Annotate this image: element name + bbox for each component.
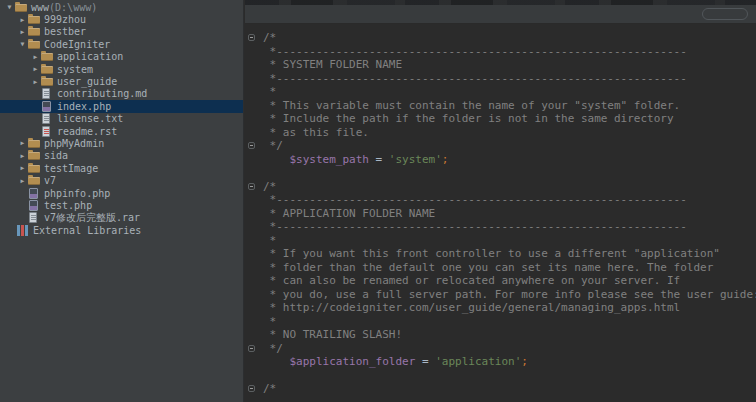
chevron-collapsed-icon[interactable]: ▶ xyxy=(30,76,41,88)
code-line[interactable]: */ xyxy=(245,139,756,153)
code-token-com: *---------------------------------------… xyxy=(263,72,687,85)
code-line[interactable]: /* xyxy=(245,382,756,396)
code-token-com: * you do, use a full server path. For mo… xyxy=(263,288,756,301)
chevron-expanded-icon[interactable]: ▼ xyxy=(17,38,28,50)
tree-item-path-suffix: (D:\www) xyxy=(49,2,97,13)
tree-item-label: phpinfo.php xyxy=(40,188,110,199)
fold-marker-icon[interactable] xyxy=(248,34,255,41)
tree-item-user-guide[interactable]: ▶user_guide xyxy=(0,75,243,87)
code-area[interactable]: /* *------------------------------------… xyxy=(245,24,756,402)
file-icon xyxy=(41,113,53,124)
code-line[interactable]: *---------------------------------------… xyxy=(245,45,756,59)
folder-icon xyxy=(28,163,40,174)
chevron-collapsed-icon[interactable]: ▶ xyxy=(30,51,41,63)
code-line[interactable]: * If you want this front controller to u… xyxy=(245,247,756,261)
folder-icon xyxy=(28,26,40,37)
tree-item-label: bestber xyxy=(40,26,86,37)
code-line[interactable]: * xyxy=(245,315,756,329)
code-line[interactable]: * Include the path if the folder is not … xyxy=(245,112,756,126)
php-file-icon xyxy=(28,200,40,211)
code-token-op: = xyxy=(369,153,389,166)
tree-item-system[interactable]: ▶system xyxy=(0,63,243,75)
code-token-com: * http://codeigniter.com/user_guide/gene… xyxy=(263,301,680,314)
tree-item-license-txt[interactable]: license.txt xyxy=(0,113,243,125)
tree-item-phpmyadmin[interactable]: ▶phpMyAdmin xyxy=(0,137,243,149)
code-token-com: */ xyxy=(263,342,283,355)
tree-item-contributing-md[interactable]: contributing.md xyxy=(0,88,243,100)
chevron-collapsed-icon[interactable]: ▶ xyxy=(17,14,28,26)
code-line[interactable]: * This variable must contain the name of… xyxy=(245,99,756,113)
chevron-collapsed-icon[interactable]: ▶ xyxy=(17,150,28,162)
code-line[interactable]: * folder than the default one you can se… xyxy=(245,261,756,275)
tree-item-v7[interactable]: ▶v7 xyxy=(0,174,243,186)
chevron-collapsed-icon[interactable]: ▶ xyxy=(17,175,28,187)
tree-item-v7-rar[interactable]: v7修改后完整版.rar xyxy=(0,212,243,224)
code-token-ind xyxy=(263,355,290,368)
tree-item-label: phpMyAdmin xyxy=(40,138,104,149)
tree-item-external-libraries[interactable]: External Libraries xyxy=(0,224,243,236)
tree-item-label: test.php xyxy=(40,200,92,211)
fold-marker-icon[interactable] xyxy=(248,142,255,149)
tree-item-root[interactable]: ▼www (D:\www) xyxy=(0,1,243,13)
tree-item-index-php[interactable]: index.php xyxy=(0,100,243,112)
code-token-com: * If you want this front controller to u… xyxy=(263,247,720,260)
chevron-collapsed-icon[interactable]: ▶ xyxy=(30,63,41,75)
code-line[interactable]: * SYSTEM FOLDER NAME xyxy=(245,58,756,72)
fold-marker-icon[interactable] xyxy=(248,183,255,190)
code-line[interactable]: *---------------------------------------… xyxy=(245,72,756,86)
code-line[interactable]: */ xyxy=(245,342,756,356)
tab-strip-pill-button[interactable] xyxy=(702,8,748,20)
code-token-var: $system_path xyxy=(290,153,369,166)
fold-marker-icon[interactable] xyxy=(248,345,255,352)
library-stack-icon xyxy=(17,225,29,236)
code-line[interactable]: /* xyxy=(245,180,756,194)
folder-icon xyxy=(28,14,40,25)
tree-item-999zhou[interactable]: ▶999zhou xyxy=(0,13,243,25)
code-line[interactable]: * as this file. xyxy=(245,126,756,140)
php-file-icon xyxy=(41,101,53,112)
code-line[interactable]: /* xyxy=(245,31,756,45)
code-line[interactable]: $application_folder = 'application'; xyxy=(245,355,756,369)
tree-item-sida[interactable]: ▶sida xyxy=(0,150,243,162)
folder-icon xyxy=(41,64,53,75)
folder-icon xyxy=(41,76,53,87)
folder-icon xyxy=(41,51,53,62)
chevron-collapsed-icon[interactable]: ▶ xyxy=(17,162,28,174)
tree-item-label: 999zhou xyxy=(40,14,86,25)
tree-item-bestber[interactable]: ▶bestber xyxy=(0,26,243,38)
code-line[interactable]: * http://codeigniter.com/user_guide/gene… xyxy=(245,301,756,315)
code-line[interactable] xyxy=(245,166,756,180)
code-line[interactable]: * can also be renamed or relocated anywh… xyxy=(245,274,756,288)
code-line[interactable]: * xyxy=(245,234,756,248)
tree-item-test-php[interactable]: test.php xyxy=(0,199,243,211)
tree-item-application[interactable]: ▶application xyxy=(0,51,243,63)
code-line[interactable]: * you do, use a full server path. For mo… xyxy=(245,288,756,302)
code-line[interactable]: * APPLICATION FOLDER NAME xyxy=(245,207,756,221)
code-token-com: */ xyxy=(263,139,283,152)
tree-item-phpinfo-php[interactable]: phpinfo.php xyxy=(0,187,243,199)
chevron-collapsed-icon[interactable]: ▶ xyxy=(17,26,28,38)
code-line[interactable]: *---------------------------------------… xyxy=(245,220,756,234)
code-line[interactable]: *---------------------------------------… xyxy=(245,193,756,207)
code-token-com: * as this file. xyxy=(263,126,369,139)
code-token-ind xyxy=(263,153,290,166)
code-line[interactable] xyxy=(245,369,756,383)
code-token-semi: ; xyxy=(521,355,528,368)
tree-item-codeigniter[interactable]: ▼CodeIgniter xyxy=(0,38,243,50)
code-line[interactable]: * xyxy=(245,85,756,99)
tree-item-label: v7 xyxy=(40,175,56,186)
code-token-op: = xyxy=(415,355,435,368)
fold-marker-icon[interactable] xyxy=(248,385,255,392)
tree-item-label: v7修改后完整版.rar xyxy=(40,211,140,225)
tree-item-label: user_guide xyxy=(53,76,117,87)
code-token-com: * xyxy=(263,315,276,328)
code-token-str: 'system' xyxy=(389,153,442,166)
tree-item-testimage[interactable]: ▶testImage xyxy=(0,162,243,174)
chevron-collapsed-icon[interactable]: ▶ xyxy=(17,137,28,149)
tree-item-label: testImage xyxy=(40,163,98,174)
code-line[interactable]: * NO TRAILING SLASH! xyxy=(245,328,756,342)
chevron-expanded-icon[interactable]: ▼ xyxy=(4,1,15,13)
code-line[interactable]: $system_path = 'system'; xyxy=(245,153,756,167)
tree-item-label: www xyxy=(27,2,49,13)
tree-item-readme-rst[interactable]: readme.rst xyxy=(0,125,243,137)
